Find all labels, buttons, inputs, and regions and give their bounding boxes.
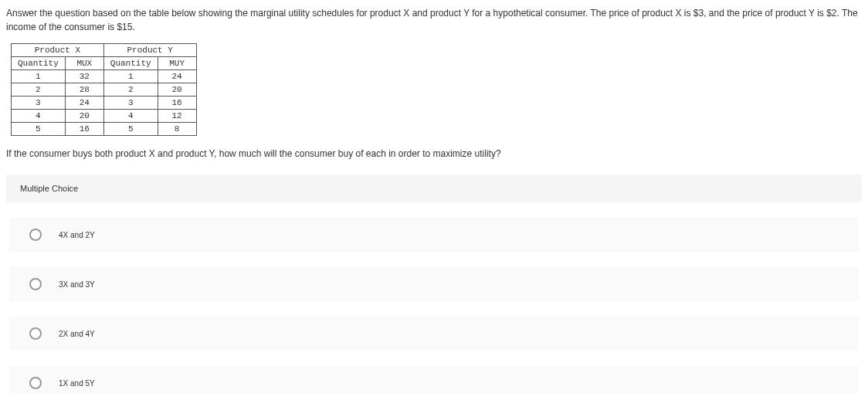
cell: 2 [103, 83, 158, 97]
cell: 24 [65, 97, 103, 110]
cell: 16 [158, 97, 196, 110]
radio-icon [29, 377, 42, 389]
choice-label: 4X and 2Y [59, 231, 95, 239]
radio-icon [29, 327, 42, 340]
question-intro: Answer the question based on the table b… [6, 6, 862, 34]
cell: 1 [12, 70, 66, 83]
choice-option[interactable]: 4X and 2Y [9, 218, 859, 252]
col-muy: MUY [158, 57, 196, 70]
cell: 5 [103, 123, 158, 136]
table-row: 2 28 2 20 [12, 83, 197, 97]
col-quantity-x: Quantity [12, 57, 66, 70]
cell: 3 [103, 97, 158, 110]
cell: 8 [158, 123, 196, 136]
utility-table: Product X Product Y Quantity MUX Quantit… [11, 43, 197, 136]
cell: 24 [158, 70, 196, 83]
choice-label: 3X and 3Y [59, 280, 95, 289]
cell: 16 [65, 123, 103, 136]
radio-icon [29, 278, 42, 290]
col-quantity-y: Quantity [103, 57, 158, 70]
choice-label: 1X and 5Y [59, 379, 95, 388]
cell: 5 [12, 123, 66, 136]
cell: 32 [65, 70, 103, 83]
table-row: 4 20 4 12 [12, 110, 197, 123]
utility-table-container: Product X Product Y Quantity MUX Quantit… [11, 43, 862, 136]
cell: 3 [12, 97, 66, 110]
cell: 20 [158, 83, 196, 97]
table-row: 5 16 5 8 [12, 123, 197, 136]
choice-option[interactable]: 2X and 4Y [9, 317, 859, 351]
radio-icon [29, 229, 42, 241]
col-mux: MUX [65, 57, 103, 70]
product-y-header: Product Y [103, 44, 196, 57]
cell: 20 [65, 110, 103, 123]
product-x-header: Product X [12, 44, 104, 57]
cell: 4 [12, 110, 66, 123]
choice-label: 2X and 4Y [59, 330, 95, 338]
cell: 4 [103, 110, 158, 123]
cell: 2 [12, 83, 66, 97]
section-label: Multiple Choice [6, 174, 862, 202]
choices-container: 4X and 2Y 3X and 3Y 2X and 4Y 1X and 5Y [6, 218, 862, 393]
cell: 12 [158, 110, 196, 123]
cell: 28 [65, 83, 103, 97]
choice-option[interactable]: 3X and 3Y [9, 267, 859, 301]
cell: 1 [103, 70, 158, 83]
choice-option[interactable]: 1X and 5Y [9, 366, 859, 393]
table-row: 1 32 1 24 [12, 70, 197, 83]
question-sub: If the consumer buys both product X and … [6, 148, 862, 159]
table-row: 3 24 3 16 [12, 97, 197, 110]
